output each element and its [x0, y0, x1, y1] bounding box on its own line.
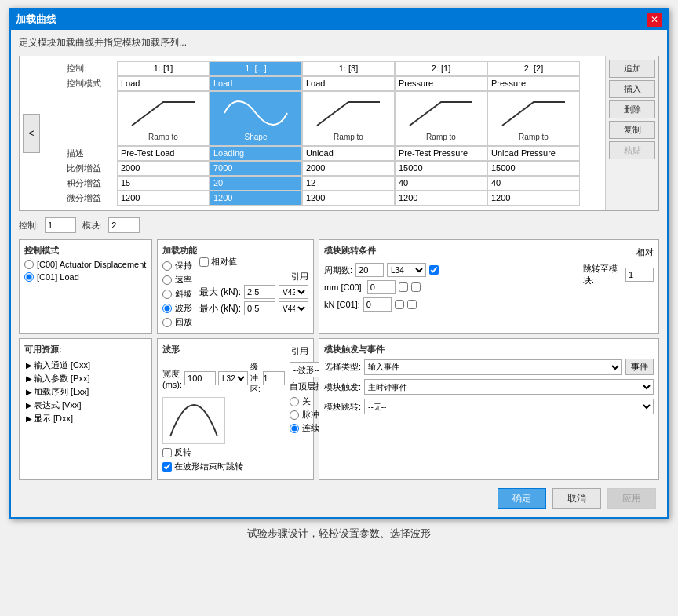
wave-ctrl-off-radio[interactable] [290, 397, 299, 406]
event-title: 模块触发与事件 [324, 344, 654, 355]
ok-button[interactable]: 确定 [498, 488, 546, 509]
period-input[interactable] [355, 263, 384, 277]
carousel-cell-mode-2[interactable]: Load [302, 76, 395, 91]
carousel-wave-cell-2[interactable]: Ramp to [302, 91, 395, 146]
ctrl-mode-radio-c00[interactable] [24, 260, 34, 269]
max-input[interactable] [244, 285, 275, 299]
carousel-cell-ig-2[interactable]: 12 [302, 176, 395, 191]
carousel-ctrl-row: 控制:1: [1]1: [...]1: [3]2: [1]2: [2] [64, 61, 580, 76]
event-jump-dropdown[interactable]: --无-- [364, 399, 654, 414]
insert-button[interactable]: 插入 [609, 80, 655, 98]
end-jump-checkbox[interactable] [162, 462, 172, 472]
carousel-cell-dg-0[interactable]: 1200 [117, 191, 210, 206]
carousel-cell-mode-4[interactable]: Pressure [487, 76, 580, 91]
fn-radio-play[interactable] [162, 318, 172, 327]
fn-radio-wave[interactable] [162, 304, 172, 313]
period-ref-dropdown[interactable]: L34 [387, 263, 426, 277]
fn-radio-slope[interactable] [162, 290, 172, 299]
carousel-cell-desc-2[interactable]: Unload [302, 146, 395, 161]
tree-expand-icon-3: ▶ [26, 401, 32, 410]
carousel-cell-desc-0[interactable]: Pre-Test Load [117, 146, 210, 161]
copy-button[interactable]: 复制 [609, 121, 655, 139]
carousel-cell-ig-3[interactable]: 40 [395, 176, 487, 191]
mm-input[interactable] [367, 280, 396, 294]
carousel-wave-cell-3[interactable]: Ramp to [395, 91, 487, 146]
ctrl-spinbox[interactable] [45, 217, 76, 233]
event-type-dropdown[interactable]: 输入事件 [364, 359, 622, 375]
carousel-cell-ig-1[interactable]: 20 [210, 176, 302, 191]
paste-button[interactable]: 粘贴 [609, 141, 655, 159]
mm-checkbox[interactable] [399, 282, 408, 292]
channel-input[interactable] [263, 371, 285, 385]
width-ref-dropdown[interactable]: L32 [218, 371, 248, 385]
period-checkbox[interactable] [429, 265, 439, 275]
carousel-cell-ig-0[interactable]: 15 [117, 176, 210, 191]
delete-button[interactable]: 删除 [609, 100, 655, 118]
relative-checkbox[interactable] [199, 257, 209, 267]
resource-item-4[interactable]: ▶显示 [Dxx] [24, 412, 147, 425]
carousel-cell-dg-4[interactable]: 1200 [487, 191, 580, 206]
carousel-cell-pg-3[interactable]: 15000 [395, 161, 487, 176]
nav-left-button[interactable]: < [23, 114, 40, 153]
carousel-ctrl-cell-3[interactable]: 2: [1] [395, 61, 487, 76]
event-jump-row: 模块跳转: --无-- [324, 399, 654, 414]
mid-section: 控制: 模块: [19, 217, 659, 233]
carousel-cell-ig-4[interactable]: 40 [487, 176, 580, 191]
carousel-cell-pg-1[interactable]: 7000 [210, 161, 302, 176]
carousel-ctrl-cell-1[interactable]: 1: [...] [210, 61, 302, 76]
resource-item-2[interactable]: ▶加载序列 [Lxx] [24, 385, 147, 399]
width-input[interactable] [184, 371, 216, 385]
resource-item-1[interactable]: ▶输入参数 [Pxx] [24, 372, 147, 385]
ctrl-mode-label-c01: [C01] Load [37, 272, 79, 282]
event-trigger-label: 模块触发: [324, 381, 361, 393]
mm-label: mm [C00]: [324, 282, 364, 292]
reverse-checkbox[interactable] [162, 448, 172, 457]
resource-item-3[interactable]: ▶表达式 [Vxx] [24, 399, 147, 412]
module-spinbox[interactable] [108, 217, 140, 233]
add-button[interactable]: 追加 [609, 60, 655, 78]
carousel-cell-dg-3[interactable]: 1200 [395, 191, 487, 206]
tree-expand-icon-1: ▶ [26, 374, 32, 383]
max-ref-dropdown[interactable]: V42 [279, 285, 308, 299]
min-row: 最小 (kN): V44 [199, 301, 308, 315]
carousel-wave-cell-0[interactable]: Ramp to [117, 91, 210, 146]
carousel-wave-cell-4[interactable]: Ramp to [487, 91, 580, 146]
tree-expand-icon-0: ▶ [26, 361, 32, 370]
kn-rel-checkbox[interactable] [407, 300, 417, 309]
mm-rel-checkbox[interactable] [411, 282, 421, 292]
event-button[interactable]: 事件 [625, 359, 654, 375]
carousel-ctrl-cell-2[interactable]: 1: [3] [302, 61, 395, 76]
window-content: 定义模块加载曲线并指定模块加载序列... < 控制:1: [1]1: [...]… [11, 30, 667, 517]
carousel-cell-desc-1[interactable]: Loading [210, 146, 302, 161]
jump-to-input[interactable] [625, 268, 654, 282]
carousel-cell-pg-0[interactable]: 2000 [117, 161, 210, 176]
min-ref-dropdown[interactable]: V44 [279, 301, 308, 315]
wave-ctrl-continuous-radio[interactable] [290, 424, 299, 433]
jump-to-row: 跳转至模块: [583, 263, 654, 286]
resource-item-0[interactable]: ▶输入通道 [Cxx] [24, 359, 147, 372]
apply-button[interactable]: 应用 [607, 488, 656, 509]
carousel-cell-desc-3[interactable]: Pre-Test Pressure [395, 146, 487, 161]
carousel-cell-mode-0[interactable]: Load [117, 76, 210, 91]
fn-radio-hold[interactable] [162, 261, 172, 271]
carousel-ctrl-cell-0[interactable]: 1: [1] [117, 61, 210, 76]
wave-ctrl-pulse-radio[interactable] [290, 410, 299, 420]
close-button[interactable]: ✕ [647, 13, 662, 27]
carousel-wave-cell-1[interactable]: Shape [210, 91, 302, 146]
carousel-cell-pg-2[interactable]: 2000 [302, 161, 395, 176]
kn-checkbox[interactable] [395, 300, 404, 309]
event-trigger-dropdown[interactable]: 主时钟事件 [364, 379, 654, 395]
cancel-button[interactable]: 取消 [552, 488, 601, 509]
carousel-cell-dg-2[interactable]: 1200 [302, 191, 395, 206]
carousel-cell-mode-1[interactable]: Load [210, 76, 302, 91]
carousel-ctrl-cell-4[interactable]: 2: [2] [487, 61, 580, 76]
kn-input[interactable] [363, 297, 392, 312]
min-input[interactable] [244, 301, 275, 315]
carousel-cell-desc-4[interactable]: Unload Pressure [487, 146, 580, 161]
carousel-cell-pg-4[interactable]: 15000 [487, 161, 580, 176]
ctrl-mode-radio-c01[interactable] [24, 272, 34, 282]
event-panel: 模块触发与事件 选择类型: 输入事件 事件 模块触发: 主时钟事件 模块跳转: [319, 338, 659, 480]
carousel-cell-dg-1[interactable]: 1200 [210, 191, 302, 206]
fn-radio-rate[interactable] [162, 275, 172, 285]
carousel-cell-mode-3[interactable]: Pressure [395, 76, 487, 91]
